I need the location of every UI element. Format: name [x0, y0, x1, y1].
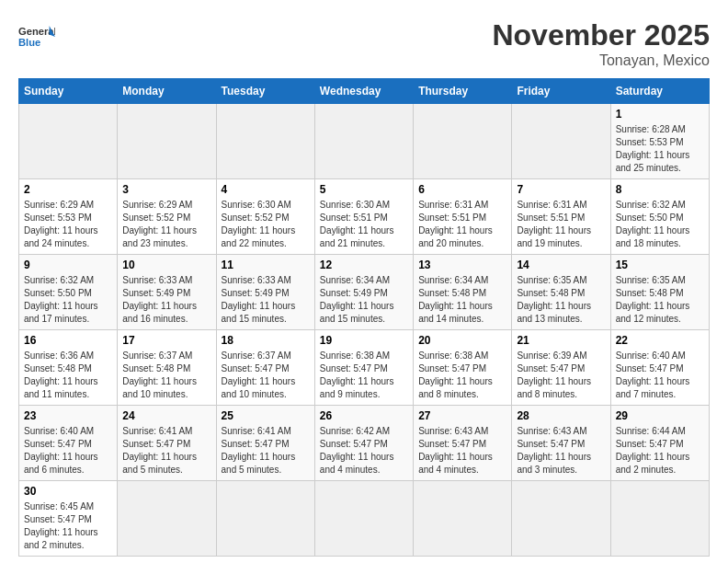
day-header-saturday: Saturday	[610, 79, 709, 104]
calendar-cell: 13Sunrise: 6:34 AM Sunset: 5:48 PM Dayli…	[414, 255, 512, 330]
calendar-week-2: 2Sunrise: 6:29 AM Sunset: 5:53 PM Daylig…	[19, 179, 710, 255]
day-number: 11	[222, 259, 310, 271]
calendar-cell: 20Sunrise: 6:38 AM Sunset: 5:47 PM Dayli…	[414, 330, 512, 406]
day-header-tuesday: Tuesday	[216, 79, 314, 104]
calendar-cell: 9Sunrise: 6:32 AM Sunset: 5:50 PM Daylig…	[19, 255, 118, 330]
day-header-friday: Friday	[512, 79, 610, 104]
calendar-cell: 29Sunrise: 6:44 AM Sunset: 5:47 PM Dayli…	[610, 406, 709, 481]
day-number: 29	[616, 409, 704, 422]
day-info: Sunrise: 6:34 AM Sunset: 5:49 PM Dayligh…	[320, 274, 408, 326]
day-info: Sunrise: 6:30 AM Sunset: 5:51 PM Dayligh…	[320, 199, 408, 250]
day-number: 9	[24, 259, 112, 271]
day-number: 3	[122, 183, 210, 196]
day-info: Sunrise: 6:35 AM Sunset: 5:48 PM Dayligh…	[517, 274, 605, 326]
calendar-cell	[118, 481, 216, 557]
day-info: Sunrise: 6:43 AM Sunset: 5:47 PM Dayligh…	[517, 425, 605, 477]
day-number: 18	[222, 334, 310, 347]
day-info: Sunrise: 6:28 AM Sunset: 5:53 PM Dayligh…	[616, 123, 704, 175]
calendar-cell: 6Sunrise: 6:31 AM Sunset: 5:51 PM Daylig…	[414, 179, 512, 255]
day-info: Sunrise: 6:40 AM Sunset: 5:47 PM Dayligh…	[24, 425, 112, 477]
day-number: 23	[24, 409, 112, 422]
calendar-week-6: 30Sunrise: 6:45 AM Sunset: 5:47 PM Dayli…	[19, 481, 710, 557]
day-info: Sunrise: 6:33 AM Sunset: 5:49 PM Dayligh…	[122, 274, 210, 326]
calendar-cell: 1Sunrise: 6:28 AM Sunset: 5:53 PM Daylig…	[610, 104, 709, 179]
day-number: 17	[122, 334, 210, 347]
calendar-week-4: 16Sunrise: 6:36 AM Sunset: 5:48 PM Dayli…	[19, 330, 710, 406]
day-number: 12	[320, 259, 408, 271]
calendar-cell	[414, 481, 512, 557]
day-number: 6	[418, 183, 506, 196]
calendar-cell: 21Sunrise: 6:39 AM Sunset: 5:47 PM Dayli…	[512, 330, 610, 406]
day-header-sunday: Sunday	[19, 79, 118, 104]
calendar-cell: 26Sunrise: 6:42 AM Sunset: 5:47 PM Dayli…	[314, 406, 413, 481]
day-info: Sunrise: 6:44 AM Sunset: 5:47 PM Dayligh…	[616, 425, 704, 477]
calendar-cell: 11Sunrise: 6:33 AM Sunset: 5:49 PM Dayli…	[216, 255, 314, 330]
calendar-week-3: 9Sunrise: 6:32 AM Sunset: 5:50 PM Daylig…	[19, 255, 710, 330]
day-info: Sunrise: 6:42 AM Sunset: 5:47 PM Dayligh…	[320, 425, 408, 477]
day-number: 28	[517, 409, 605, 422]
day-info: Sunrise: 6:35 AM Sunset: 5:48 PM Dayligh…	[616, 274, 704, 326]
calendar-cell: 4Sunrise: 6:30 AM Sunset: 5:52 PM Daylig…	[216, 179, 314, 255]
day-number: 1	[616, 108, 704, 121]
day-info: Sunrise: 6:30 AM Sunset: 5:52 PM Dayligh…	[222, 199, 310, 250]
calendar-cell: 17Sunrise: 6:37 AM Sunset: 5:48 PM Dayli…	[118, 330, 216, 406]
day-number: 19	[320, 334, 408, 347]
calendar-cell: 12Sunrise: 6:34 AM Sunset: 5:49 PM Dayli…	[314, 255, 413, 330]
calendar-week-1: 1Sunrise: 6:28 AM Sunset: 5:53 PM Daylig…	[19, 104, 710, 179]
calendar-cell: 3Sunrise: 6:29 AM Sunset: 5:52 PM Daylig…	[118, 179, 216, 255]
day-info: Sunrise: 6:38 AM Sunset: 5:47 PM Dayligh…	[418, 350, 506, 401]
calendar-cell: 23Sunrise: 6:40 AM Sunset: 5:47 PM Dayli…	[19, 406, 118, 481]
calendar-cell: 7Sunrise: 6:31 AM Sunset: 5:51 PM Daylig…	[512, 179, 610, 255]
day-info: Sunrise: 6:41 AM Sunset: 5:47 PM Dayligh…	[222, 425, 310, 477]
calendar-cell	[19, 104, 118, 179]
calendar-header-row: SundayMondayTuesdayWednesdayThursdayFrid…	[19, 79, 710, 104]
calendar-cell: 22Sunrise: 6:40 AM Sunset: 5:47 PM Dayli…	[610, 330, 709, 406]
calendar-cell: 5Sunrise: 6:30 AM Sunset: 5:51 PM Daylig…	[314, 179, 413, 255]
day-info: Sunrise: 6:37 AM Sunset: 5:48 PM Dayligh…	[122, 350, 210, 401]
calendar-cell: 14Sunrise: 6:35 AM Sunset: 5:48 PM Dayli…	[512, 255, 610, 330]
calendar-week-5: 23Sunrise: 6:40 AM Sunset: 5:47 PM Dayli…	[19, 406, 710, 481]
calendar-body: 1Sunrise: 6:28 AM Sunset: 5:53 PM Daylig…	[19, 104, 710, 557]
day-number: 10	[122, 259, 210, 271]
day-info: Sunrise: 6:43 AM Sunset: 5:47 PM Dayligh…	[418, 425, 506, 477]
day-info: Sunrise: 6:41 AM Sunset: 5:47 PM Dayligh…	[122, 425, 210, 477]
day-number: 30	[24, 485, 112, 498]
day-info: Sunrise: 6:29 AM Sunset: 5:53 PM Dayligh…	[24, 199, 112, 250]
day-number: 25	[222, 409, 310, 422]
calendar-cell: 30Sunrise: 6:45 AM Sunset: 5:47 PM Dayli…	[19, 481, 118, 557]
calendar-table: SundayMondayTuesdayWednesdayThursdayFrid…	[18, 78, 710, 557]
day-header-wednesday: Wednesday	[314, 79, 413, 104]
day-number: 13	[418, 259, 506, 271]
logo: General Blue	[18, 18, 55, 55]
month-title: November 2025	[492, 18, 710, 52]
calendar-cell	[216, 104, 314, 179]
calendar-cell: 10Sunrise: 6:33 AM Sunset: 5:49 PM Dayli…	[118, 255, 216, 330]
calendar-cell: 25Sunrise: 6:41 AM Sunset: 5:47 PM Dayli…	[216, 406, 314, 481]
calendar-cell: 16Sunrise: 6:36 AM Sunset: 5:48 PM Dayli…	[19, 330, 118, 406]
day-header-thursday: Thursday	[414, 79, 512, 104]
day-info: Sunrise: 6:36 AM Sunset: 5:48 PM Dayligh…	[24, 350, 112, 401]
calendar-cell	[414, 104, 512, 179]
day-number: 8	[616, 183, 704, 196]
day-info: Sunrise: 6:34 AM Sunset: 5:48 PM Dayligh…	[418, 274, 506, 326]
page-header: General Blue November 2025 Tonayan, Mexi…	[18, 18, 710, 69]
day-info: Sunrise: 6:29 AM Sunset: 5:52 PM Dayligh…	[122, 199, 210, 250]
calendar-cell: 27Sunrise: 6:43 AM Sunset: 5:47 PM Dayli…	[414, 406, 512, 481]
calendar-cell	[314, 481, 413, 557]
calendar-cell	[512, 104, 610, 179]
calendar-cell	[314, 104, 413, 179]
calendar-cell	[216, 481, 314, 557]
calendar-cell: 18Sunrise: 6:37 AM Sunset: 5:47 PM Dayli…	[216, 330, 314, 406]
day-info: Sunrise: 6:32 AM Sunset: 5:50 PM Dayligh…	[616, 199, 704, 250]
calendar-cell	[118, 104, 216, 179]
day-number: 21	[517, 334, 605, 347]
day-number: 20	[418, 334, 506, 347]
day-number: 16	[24, 334, 112, 347]
day-number: 5	[320, 183, 408, 196]
day-info: Sunrise: 6:38 AM Sunset: 5:47 PM Dayligh…	[320, 350, 408, 401]
day-number: 7	[517, 183, 605, 196]
svg-text:Blue: Blue	[18, 37, 40, 48]
day-number: 4	[222, 183, 310, 196]
day-info: Sunrise: 6:32 AM Sunset: 5:50 PM Dayligh…	[24, 274, 112, 326]
day-info: Sunrise: 6:31 AM Sunset: 5:51 PM Dayligh…	[418, 199, 506, 250]
